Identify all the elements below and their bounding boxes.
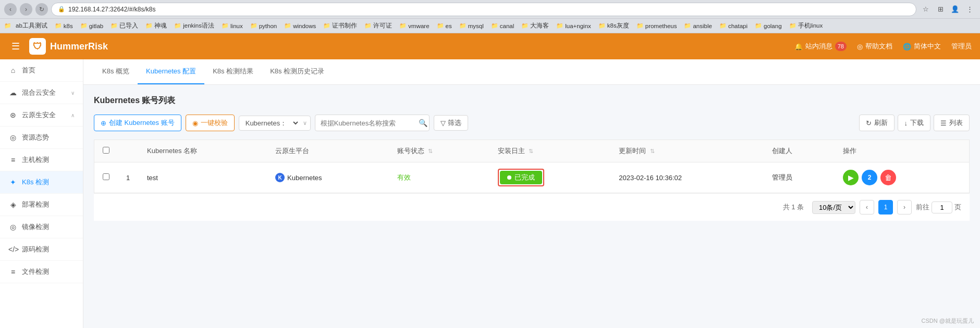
bookmark-k8s-gray[interactable]: 📁k8s灰度 — [595, 21, 632, 31]
bookmark-chatapi[interactable]: 📁chatapi — [716, 21, 751, 30]
status-sort-icon: ⇅ — [428, 148, 433, 154]
per-page-select[interactable]: 10条/页 — [812, 201, 855, 214]
goto-label: 前往 — [916, 203, 929, 212]
pagination-row: 共 1 条 10条/页 ‹ 1 › 前往 页 — [94, 193, 970, 221]
platform-icon-wrap: K Kubernetes — [275, 173, 322, 182]
bookmark-linux[interactable]: 📁linux — [218, 21, 246, 30]
row-actions: ▶ 2 🗑 — [835, 162, 969, 193]
tab-k8s-config[interactable]: Kubernetes 配置 — [138, 59, 204, 84]
prev-page-button[interactable]: ‹ — [860, 200, 874, 215]
sidebar-item-deploy[interactable]: ◈ 部署检测 — [0, 194, 83, 216]
sidebar-item-file[interactable]: ≡ 文件检测 — [0, 261, 83, 283]
bookmark-k8s[interactable]: 📁k8s — [52, 21, 76, 30]
search-input[interactable] — [315, 117, 413, 130]
sidebar-item-home[interactable]: ⌂ 首页 — [0, 59, 83, 82]
bookmark-prometheus[interactable]: 📁prometheus — [633, 21, 680, 30]
help-label: 帮助文档 — [865, 42, 892, 51]
extension-icon[interactable]: ⊞ — [934, 3, 947, 16]
sidebar-item-resource-label: 资源态势 — [22, 133, 49, 142]
bookmark-python[interactable]: 📁python — [247, 21, 280, 30]
sidebar-item-cloud-native[interactable]: ⊛ 云原生安全 ∧ — [0, 104, 83, 127]
language-button[interactable]: 🌐 简体中文 — [903, 42, 941, 51]
bookmarks-folder-icon: 📁 — [4, 22, 11, 29]
bookmark-es[interactable]: 📁es — [434, 21, 455, 30]
count-badge[interactable]: 2 — [862, 170, 877, 185]
bookmark-windows[interactable]: 📁windows — [281, 21, 319, 30]
select-arrow-icon: ∨ — [300, 120, 310, 127]
logo-area: 🛡 HummerRisk — [29, 38, 108, 55]
next-page-button[interactable]: › — [897, 200, 912, 215]
install-status-label: 已完成 — [514, 173, 535, 182]
search-button[interactable]: 🔍 — [413, 115, 430, 131]
th-num — [118, 140, 139, 162]
back-button[interactable]: ‹ — [4, 3, 17, 16]
bookmark-lua-nginx[interactable]: 📁lua+nginx — [553, 21, 594, 30]
sidebar-item-resource[interactable]: ◎ 资源态势 — [0, 127, 83, 149]
bookmark-ab[interactable]: ab工具测试 — [13, 21, 51, 31]
validate-all-button[interactable]: ◉ 一键校验 — [186, 115, 235, 131]
reload-button[interactable]: ↻ — [35, 3, 48, 16]
bookmark-cert[interactable]: 📁证书制作 — [320, 21, 360, 31]
sidebar-item-code[interactable]: </> 源码检测 — [0, 238, 83, 261]
sidebar-item-k8s[interactable]: ✦ K8s 检测 — [0, 171, 83, 194]
deploy-icon: ◈ — [8, 200, 18, 209]
help-button[interactable]: ◎ 帮助文档 — [857, 42, 892, 51]
update-sort-icon: ⇅ — [650, 148, 655, 154]
sidebar-item-image[interactable]: ◎ 镜像检测 — [0, 216, 83, 238]
bookmark-imported[interactable]: 📁已导入 — [107, 21, 141, 31]
lock-icon: 🔒 — [58, 6, 65, 12]
address-bar[interactable]: 🔒 192.168.14.27:32642/#/k8s/k8s — [51, 3, 916, 16]
create-k8s-account-button[interactable]: ⊕ 创建 Kubernetes 账号 — [94, 115, 181, 131]
image-icon: ◎ — [8, 223, 18, 231]
th-status: 账号状态 ⇅ — [389, 140, 489, 162]
bookmark-gitlab[interactable]: 📁gitlab — [77, 21, 107, 30]
list-view-button[interactable]: ☰ 列表 — [934, 115, 970, 131]
filter-button[interactable]: ▽ 筛选 — [434, 115, 468, 131]
delete-button[interactable]: 🗑 — [880, 170, 896, 185]
globe-icon: 🌐 — [903, 43, 911, 51]
row-install-date: 已完成 — [489, 162, 610, 193]
user-button[interactable]: 管理员 — [951, 42, 972, 51]
bookmark-vmware[interactable]: 📁vmware — [396, 21, 432, 30]
check-icon: ◉ — [192, 119, 198, 127]
bookmark-jenkins[interactable]: 📁jenkins语法 — [171, 21, 217, 31]
notification-button[interactable]: 🔔 站内消息 78 — [794, 42, 847, 51]
page-content: Kubernetes 账号列表 ⊕ 创建 Kubernetes 账号 ◉ 一键校… — [83, 85, 980, 231]
bookmark-golang[interactable]: 📁golang — [752, 21, 785, 30]
app-wrapper: ☰ 🛡 HummerRisk 🔔 站内消息 78 ◎ 帮助文档 🌐 简体中文 管… — [0, 33, 980, 328]
select-all-checkbox[interactable] — [103, 147, 109, 154]
k8s-select-dropdown[interactable]: Kubernetes： — [239, 116, 300, 130]
star-icon[interactable]: ☆ — [920, 3, 932, 16]
list-icon: ☰ — [940, 119, 947, 127]
goto-input[interactable] — [932, 201, 952, 213]
menu-toggle-button[interactable]: ☰ — [8, 39, 23, 54]
sidebar-item-host-label: 主机检测 — [22, 155, 49, 165]
bookmark-license[interactable]: 📁许可证 — [361, 21, 395, 31]
bookmark-ocean[interactable]: 📁大海客 — [518, 21, 552, 31]
native-cloud-icon: ⊛ — [8, 111, 18, 119]
menu-icon[interactable]: ⋮ — [963, 3, 976, 16]
refresh-button[interactable]: ↻ 刷新 — [859, 115, 895, 131]
sidebar-item-host[interactable]: ≡ 主机检测 — [0, 149, 83, 171]
tab-k8s-result[interactable]: K8s 检测结果 — [204, 59, 262, 84]
run-button[interactable]: ▶ — [843, 170, 859, 185]
sidebar-item-deploy-label: 部署检测 — [22, 200, 49, 209]
sidebar-item-hybrid-cloud[interactable]: ☁ 混合云安全 ∨ — [0, 82, 83, 104]
current-page-button[interactable]: 1 — [878, 200, 893, 215]
install-status-button[interactable]: 已完成 — [500, 171, 542, 184]
bookmark-mysql[interactable]: 📁mysql — [456, 21, 487, 30]
tab-overview[interactable]: K8s 概览 — [94, 59, 138, 84]
row-checkbox[interactable] — [103, 173, 109, 180]
profile-icon[interactable]: 👤 — [949, 3, 961, 16]
bookmark-mobile-linux[interactable]: 📁手机linux — [786, 21, 826, 31]
bookmark-ansible[interactable]: 📁ansible — [681, 21, 715, 30]
tab-k8s-history[interactable]: K8s 检测历史记录 — [262, 59, 333, 84]
forward-button[interactable]: › — [20, 3, 32, 16]
download-button[interactable]: ↓ 下载 — [898, 115, 931, 131]
k8s-filter-select[interactable]: Kubernetes： ∨ — [239, 116, 311, 131]
bell-icon: 🔔 — [794, 43, 803, 51]
sidebar-item-image-label: 镜像检测 — [22, 222, 49, 232]
bookmark-canal[interactable]: 📁canal — [488, 21, 518, 30]
sidebar-item-home-label: 首页 — [22, 66, 35, 75]
bookmark-shenhun[interactable]: 📁神魂 — [142, 21, 170, 31]
